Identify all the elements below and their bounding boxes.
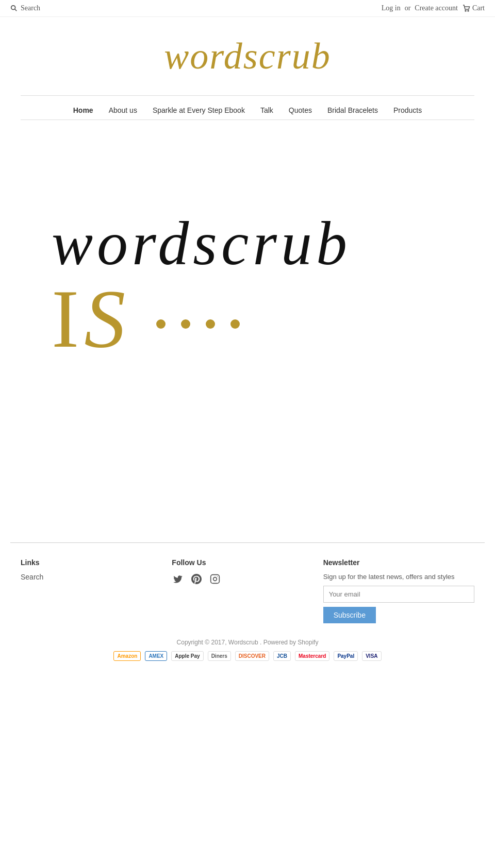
brand-link[interactable]: Wordscrub	[228, 639, 258, 646]
footer-bottom: Copyright © 2017, Wordscrub . Powered by…	[21, 639, 474, 646]
cart-area[interactable]: Cart	[462, 4, 485, 12]
hero-wordscrub-text: wordscrub	[52, 210, 351, 278]
main-nav: Home About us Sparkle at Every Step Eboo…	[21, 95, 474, 120]
nav-item-home[interactable]: Home	[73, 106, 93, 114]
search-label: Search	[21, 4, 40, 12]
footer-search-link[interactable]: Search	[21, 573, 172, 581]
site-logo[interactable]: wordscrub	[0, 38, 495, 75]
top-bar: Search Log in or Create account Cart	[0, 0, 495, 17]
hero-dot-3	[206, 319, 215, 329]
payment-icons: Amazon AMEX Apple Pay Diners DISCOVER JC…	[21, 651, 474, 661]
spacer	[0, 439, 495, 542]
pinterest-icon[interactable]	[190, 573, 203, 585]
payment-applepay: Apple Pay	[171, 651, 203, 661]
payment-discover: DISCOVER	[235, 651, 269, 661]
hero-letter-I: I	[52, 278, 79, 360]
payment-diners: Diners	[208, 651, 231, 661]
nav-item-quotes[interactable]: Quotes	[289, 106, 312, 114]
hero-area: wordscrub I S	[0, 130, 495, 439]
social-icons	[172, 573, 323, 585]
svg-line-1	[15, 9, 17, 11]
footer-links-col: Links Search	[21, 558, 172, 623]
payment-visa: VISA	[362, 651, 381, 661]
subscribe-button[interactable]: Subscribe	[323, 607, 376, 623]
top-right-nav: Log in or Create account Cart	[382, 4, 485, 12]
payment-amex: AMEX	[145, 651, 167, 661]
links-heading: Links	[21, 558, 172, 567]
footer: Links Search Follow Us	[0, 543, 495, 671]
payment-jcb: JCB	[273, 651, 291, 661]
twitter-icon[interactable]	[172, 573, 184, 585]
payment-mastercard: Mastercard	[295, 651, 329, 661]
svg-point-6	[217, 576, 218, 577]
svg-rect-4	[211, 575, 220, 584]
hero-dot-4	[230, 319, 240, 329]
email-input[interactable]	[323, 586, 474, 603]
nav-item-talk[interactable]: Talk	[260, 106, 273, 114]
copyright-text: Copyright © 2017,	[177, 639, 227, 646]
hero-dot-2	[181, 319, 190, 329]
follow-heading: Follow Us	[172, 558, 323, 567]
payment-paypal: PayPal	[334, 651, 358, 661]
footer-follow-col: Follow Us	[172, 558, 323, 623]
cart-icon	[462, 4, 470, 12]
hero-dots	[156, 319, 240, 329]
footer-newsletter-col: Newsletter Sign up for the latest news, …	[323, 558, 474, 623]
svg-point-3	[468, 10, 469, 11]
svg-point-2	[465, 10, 466, 11]
hero-letter-S: S	[84, 278, 125, 360]
cart-label: Cart	[472, 4, 485, 12]
hero-is-row: I S	[52, 278, 240, 360]
svg-point-5	[213, 577, 217, 581]
logo-area: wordscrub	[0, 17, 495, 85]
nav-item-ebook[interactable]: Sparkle at Every Step Ebook	[153, 106, 245, 114]
login-link[interactable]: Log in	[382, 4, 401, 12]
instagram-icon[interactable]	[209, 573, 221, 585]
nav-item-products[interactable]: Products	[393, 106, 422, 114]
svg-point-0	[11, 6, 15, 10]
powered-text: . Powered by Shopify	[260, 639, 318, 646]
or-separator: or	[405, 4, 411, 12]
footer-top: Links Search Follow Us	[21, 558, 474, 623]
nav-item-about[interactable]: About us	[109, 106, 137, 114]
hero-dot-1	[156, 319, 166, 329]
newsletter-heading: Newsletter	[323, 558, 474, 567]
nav-item-bridal[interactable]: Bridal Bracelets	[327, 106, 378, 114]
search-area[interactable]: Search	[10, 4, 40, 12]
search-icon	[10, 5, 18, 12]
newsletter-text: Sign up for the latest news, offers and …	[323, 573, 474, 581]
create-account-link[interactable]: Create account	[415, 4, 458, 12]
payment-amazon: Amazon	[113, 651, 141, 661]
